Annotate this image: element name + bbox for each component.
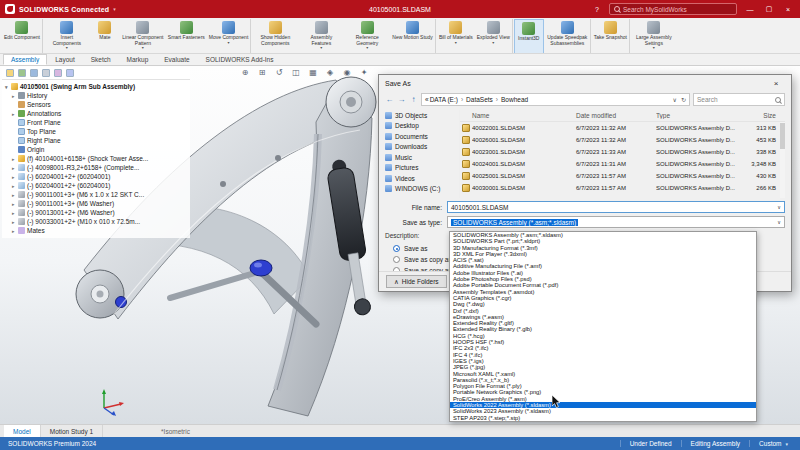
ribbon-button[interactable]: Insert Components ▾: [44, 19, 90, 53]
sidebar-folder-item[interactable]: Documents: [385, 131, 459, 142]
command-tab[interactable]: Markup: [119, 54, 157, 65]
cam-tab-icon[interactable]: [66, 69, 74, 77]
hide-folders-button[interactable]: ∧ Hide Folders: [386, 275, 447, 288]
radio-icon[interactable]: [393, 245, 400, 252]
close-button[interactable]: ×: [782, 6, 794, 13]
sidebar-folder-item[interactable]: Pictures: [385, 163, 459, 174]
tree-item[interactable]: ▸ History: [2, 91, 190, 100]
breadcrumb[interactable]: « DATA (E:)DataSetsBowhead ∨ ↻: [421, 93, 690, 106]
ribbon-button[interactable]: Instant3D ▾: [514, 19, 544, 53]
document-tab[interactable]: Model: [4, 425, 41, 437]
column-header-type[interactable]: Type: [656, 112, 740, 119]
tree-item[interactable]: ▸ (f) 40104001+6158+ (Shock Tower Asse..…: [2, 154, 190, 163]
tree-item[interactable]: Sensors: [2, 100, 190, 109]
menu-arrow-icon[interactable]: ▾: [113, 6, 116, 12]
file-type-option[interactable]: STEP AP203 (*.step;*.stp): [450, 415, 756, 421]
tree-item[interactable]: Origin: [2, 145, 190, 154]
ribbon-button[interactable]: Assembly Features ▾: [298, 19, 344, 53]
sidebar-folder-item[interactable]: 3D Objects: [385, 110, 459, 121]
view-orientation-icon[interactable]: ▦: [308, 68, 318, 77]
tree-item[interactable]: ▸ (-) 60204001+2+ (60204001): [2, 172, 190, 181]
custom-dropdown[interactable]: Custom ▾: [749, 440, 792, 447]
file-list-scrollbar[interactable]: [780, 122, 785, 198]
up-icon[interactable]: ↑: [409, 95, 418, 104]
ribbon-button[interactable]: Reference Geometry ▾: [344, 19, 390, 53]
file-row[interactable]: 40030001.SLDASM 6/7/2023 11:57 AM SOLIDW…: [460, 182, 785, 194]
tree-item[interactable]: ▸ (-) 90011001+3+ (M6 x 1.0 x 12 SKT C..…: [2, 190, 190, 199]
propertymanager-tab-icon[interactable]: [18, 69, 26, 77]
ribbon-button[interactable]: Exploded View ▾: [475, 19, 513, 53]
dialog-search-input[interactable]: Search: [693, 93, 785, 106]
dialog-close-icon[interactable]: ×: [767, 79, 785, 88]
chevron-down-icon[interactable]: ∨: [777, 204, 781, 210]
command-tab[interactable]: Assembly: [3, 54, 47, 65]
tree-item[interactable]: Front Plane: [2, 118, 190, 127]
previous-view-icon[interactable]: ↺: [274, 68, 284, 77]
ribbon-button[interactable]: Mate ▾: [90, 19, 120, 53]
maximize-button[interactable]: ▢: [763, 5, 775, 13]
displaymanager-tab-icon[interactable]: [54, 69, 62, 77]
tree-item[interactable]: Top Plane: [2, 127, 190, 136]
ribbon-button[interactable]: Large Assembly Settings ▾: [631, 19, 677, 53]
sidebar-folder-item[interactable]: Videos: [385, 173, 459, 184]
file-row[interactable]: 40025001.SLDASM 6/7/2023 11:57 AM SOLIDW…: [460, 170, 785, 182]
column-header-size[interactable]: Size: [740, 112, 776, 119]
radio-icon[interactable]: [393, 256, 400, 263]
command-tab[interactable]: Sketch: [83, 54, 119, 65]
save-as-type-combobox[interactable]: SOLIDWORKS Assembly (*.asm;*.sldasm) ∨: [447, 216, 785, 228]
file-row[interactable]: 40026001.SLDASM 6/7/2023 11:32 AM SOLIDW…: [460, 134, 785, 146]
tree-item[interactable]: ▸ (-) 60204001+2+ (60204001): [2, 181, 190, 190]
help-icon[interactable]: ?: [592, 6, 602, 13]
ribbon-button[interactable]: Update Speedpak Subassemblies ▾: [545, 19, 591, 53]
file-row[interactable]: 40022001.SLDASM 6/7/2023 11:32 AM SOLIDW…: [460, 122, 785, 134]
chevron-down-icon[interactable]: ∨: [777, 219, 781, 225]
section-view-icon[interactable]: ◫: [291, 68, 301, 77]
mysolidworks-search-input[interactable]: Search MySolidWorks: [609, 3, 737, 15]
command-tab[interactable]: SOLIDWORKS Add-Ins: [198, 54, 282, 65]
tree-item[interactable]: Right Plane: [2, 136, 190, 145]
breadcrumb-segment[interactable]: Bowhead: [501, 96, 528, 103]
ribbon-button[interactable]: Linear Component Pattern ▾: [120, 19, 166, 53]
sidebar-folder-item[interactable]: WINDOWS (C:): [385, 184, 459, 195]
column-header-date[interactable]: Date modified: [576, 112, 656, 119]
file-row[interactable]: 40024001.SLDASM 6/7/2023 11:31 AM SOLIDW…: [460, 158, 785, 170]
tree-item[interactable]: ▸ (-) 90013001+2+ (M6 Washer): [2, 208, 190, 217]
configurationmanager-tab-icon[interactable]: [30, 69, 38, 77]
display-style-icon[interactable]: ◈: [325, 68, 335, 77]
sidebar-folder-item[interactable]: Music: [385, 152, 459, 163]
tree-item[interactable]: ▸ (-) 90011001+3+ (M6 Washer): [2, 199, 190, 208]
breadcrumb-segment[interactable]: DATA (E:): [430, 96, 466, 103]
dimxpertmanager-tab-icon[interactable]: [42, 69, 50, 77]
column-header-name[interactable]: Name: [462, 112, 576, 119]
tree-item[interactable]: ▸ (-) 40098001-R3,2+6158+ (Complete...: [2, 163, 190, 172]
ribbon-button[interactable]: Take Snapshot ▾: [592, 19, 630, 53]
ribbon-button[interactable]: Edit Component ▾: [2, 19, 43, 53]
chevron-down-icon[interactable]: ∨: [673, 96, 677, 103]
tree-item[interactable]: ▸ Annotations: [2, 109, 190, 118]
refresh-icon[interactable]: ↻: [681, 96, 686, 103]
ribbon-button[interactable]: Bill of Materials ▾: [437, 19, 475, 53]
appearance-icon[interactable]: ✦: [359, 68, 369, 77]
file-name-input[interactable]: 40105001.SLDASM ∨: [447, 201, 785, 213]
sidebar-folder-item[interactable]: Desktop: [385, 121, 459, 132]
breadcrumb-segment[interactable]: DataSets: [466, 96, 501, 103]
command-tab[interactable]: Evaluate: [156, 54, 197, 65]
document-tab[interactable]: Motion Study 1: [41, 425, 103, 437]
sidebar-folder-item[interactable]: Downloads: [385, 142, 459, 153]
forward-icon[interactable]: →: [397, 95, 406, 104]
ribbon-button[interactable]: Smart Fasteners ▾: [166, 19, 207, 53]
tree-root-item[interactable]: ▾ 40105001 (Swing Arm Sub Assembly): [2, 82, 190, 91]
file-row[interactable]: 40023001.SLDASM 6/7/2023 11:33 AM SOLIDW…: [460, 146, 785, 158]
minimize-button[interactable]: —: [744, 6, 756, 13]
back-icon[interactable]: ←: [385, 95, 394, 104]
ribbon-button[interactable]: New Motion Study ▾: [390, 19, 436, 53]
featuremanager-tab-icon[interactable]: [6, 69, 14, 77]
tree-item[interactable]: ▸ Mates: [2, 226, 190, 235]
zoom-area-icon[interactable]: ⊞: [257, 68, 267, 77]
scrollbar-thumb[interactable]: [780, 123, 785, 149]
tree-item[interactable]: ▸ (-) 90033001+2+ (M10 x 010 x 72.5m...: [2, 217, 190, 226]
ribbon-button[interactable]: Show Hidden Components ▾: [252, 19, 298, 53]
hide-show-icon[interactable]: ◉: [342, 68, 352, 77]
zoom-fit-icon[interactable]: ⊕: [240, 68, 250, 77]
ribbon-button[interactable]: Move Component ▾: [207, 19, 251, 53]
